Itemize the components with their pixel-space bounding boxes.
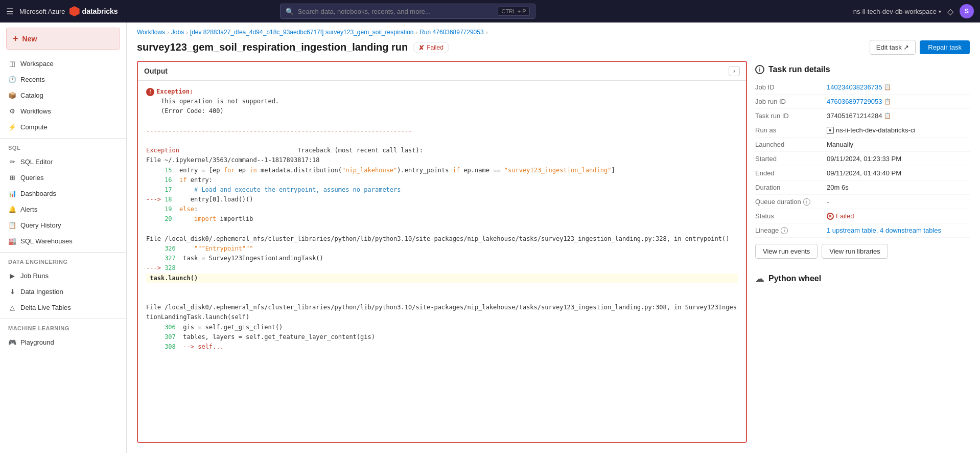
breadcrumb-sep-2: › bbox=[186, 29, 188, 35]
sidebar-divider-2 bbox=[0, 252, 126, 253]
status-value: ✕ Failed bbox=[827, 212, 970, 220]
sidebar: + New ◫ Workspace 🕐 Recents 📦 Catalog ⚙ … bbox=[0, 22, 127, 453]
sidebar-item-workspace[interactable]: ◫ Workspace bbox=[0, 56, 126, 72]
sidebar-item-label: Data Ingestion bbox=[20, 288, 63, 296]
new-button[interactable]: + New bbox=[6, 28, 120, 50]
sidebar-item-job-runs[interactable]: ▶ Job Runs bbox=[0, 268, 126, 284]
status-failed-indicator: ✕ Failed bbox=[827, 212, 854, 220]
line-327-num: 327 bbox=[165, 255, 176, 262]
search-input[interactable] bbox=[298, 8, 494, 15]
edit-task-label: Edit task ↗ bbox=[876, 43, 909, 51]
view-run-events-button[interactable]: View run events bbox=[755, 244, 818, 259]
sidebar-item-label: SQL Warehouses bbox=[20, 237, 73, 245]
sidebar-item-query-history[interactable]: 📋 Query History bbox=[0, 217, 126, 233]
sidebar-item-dashboards[interactable]: 📊 Dashboards bbox=[0, 186, 126, 201]
line-19-num: 19 bbox=[165, 206, 172, 213]
topbar-right: ns-ii-tech-dev-db-workspace ▾ ◇ S bbox=[853, 4, 974, 18]
lineage-label: Lineage i bbox=[755, 227, 827, 234]
sidebar-divider bbox=[0, 138, 126, 139]
recents-icon: 🕐 bbox=[8, 76, 16, 83]
workspace-selector[interactable]: ns-ii-tech-dev-db-workspace ▾ bbox=[853, 8, 941, 15]
run-as-row: Run as ■ ns-ii-tech-dev-databricks-ci bbox=[755, 123, 970, 138]
copy-job-run-id-icon[interactable]: 📋 bbox=[884, 98, 891, 105]
line-307-num: 307 bbox=[165, 333, 176, 341]
traceback-label: Traceback (most recent call last): bbox=[297, 147, 423, 154]
lineage-info-icon[interactable]: i bbox=[781, 227, 788, 234]
queue-duration-row: Queue duration i - bbox=[755, 195, 970, 209]
breadcrumb-sep-4: › bbox=[486, 29, 488, 35]
output-expand-button[interactable]: › bbox=[729, 66, 740, 76]
sidebar-item-delta-live-tables[interactable]: △ Delta Live Tables bbox=[0, 300, 126, 315]
repair-task-label: Repair task bbox=[928, 43, 962, 51]
sidebar-item-recents[interactable]: 🕐 Recents bbox=[0, 72, 126, 87]
details-title: Task run details bbox=[768, 65, 830, 74]
started-row: Started 09/11/2024, 01:23:33 PM bbox=[755, 152, 970, 166]
sidebar-item-sql-warehouses[interactable]: 🏭 SQL Warehouses bbox=[0, 233, 126, 249]
status-failed-x: ✕ bbox=[828, 214, 832, 219]
queue-duration-label: Queue duration i bbox=[755, 198, 827, 206]
line-306-code: gis = self.get_gis_client() bbox=[179, 324, 283, 331]
page-header-actions: Edit task ↗ Repair task bbox=[870, 40, 970, 55]
sql-section-label: SQL bbox=[0, 141, 126, 153]
breadcrumb-jobs[interactable]: Jobs bbox=[171, 29, 184, 36]
error-msg-2: (Error Code: 400) bbox=[161, 107, 224, 115]
sidebar-item-label: Query History bbox=[20, 221, 61, 229]
line-15-num: 15 bbox=[165, 167, 172, 174]
breadcrumb-sep-3: › bbox=[416, 29, 418, 35]
sidebar-item-compute[interactable]: ⚡ Compute bbox=[0, 119, 126, 135]
dashboards-icon: 📊 bbox=[8, 190, 16, 197]
breadcrumb-workflows[interactable]: Workflows bbox=[137, 29, 165, 36]
view-run-libraries-button[interactable]: View run libraries bbox=[822, 244, 888, 259]
sidebar-item-workflows[interactable]: ⚙ Workflows bbox=[0, 103, 126, 119]
sidebar-item-label: Catalog bbox=[20, 92, 43, 99]
lineage-link[interactable]: 1 upstream table, 4 downstream tables bbox=[827, 227, 941, 234]
sidebar-item-playground[interactable]: 🎮 Playground bbox=[0, 334, 126, 350]
sidebar-item-label: SQL Editor bbox=[20, 158, 53, 166]
dashes: ----------------------------------------… bbox=[146, 127, 412, 134]
settings-icon[interactable]: ◇ bbox=[947, 7, 953, 16]
python-wheel-header: ☁ Python wheel bbox=[755, 269, 970, 288]
menu-icon[interactable]: ☰ bbox=[6, 7, 13, 16]
copy-task-run-id-icon[interactable]: 📋 bbox=[884, 112, 891, 119]
file-location-1: File ~/.ipykernel/3563/command--1-181789… bbox=[146, 156, 320, 164]
job-id-label: Job ID bbox=[755, 83, 827, 91]
duration-value: 20m 6s bbox=[827, 184, 970, 191]
line-18-num: 18 bbox=[165, 196, 172, 203]
sidebar-item-catalog[interactable]: 📦 Catalog bbox=[0, 87, 126, 103]
sidebar-item-label: Dashboards bbox=[20, 190, 56, 197]
breadcrumb-sep-1: › bbox=[167, 29, 169, 35]
avatar[interactable]: S bbox=[960, 4, 974, 18]
output-code[interactable]: !Exception: This operation is not suppor… bbox=[138, 81, 746, 442]
job-id-link[interactable]: 140234038236735 bbox=[827, 83, 882, 91]
line-20-num: 20 bbox=[165, 215, 172, 222]
sidebar-divider-3 bbox=[0, 319, 126, 319]
queue-duration-info-icon[interactable]: i bbox=[803, 198, 810, 206]
line-307-code: tables, layers = self.get_feature_layer_… bbox=[179, 333, 375, 341]
details-section: i Task run details Job ID 14023403823673… bbox=[755, 61, 970, 265]
line-308-code: --> self... bbox=[179, 343, 224, 350]
lineage-row: Lineage i 1 upstream table, 4 downstream… bbox=[755, 223, 970, 238]
copy-job-id-icon[interactable]: 📋 bbox=[884, 84, 891, 90]
sidebar-item-data-ingestion[interactable]: ⬇ Data Ingestion bbox=[0, 284, 126, 300]
page-header: survey123_gem_soil_respiration_ingestion… bbox=[127, 38, 980, 61]
breadcrumb-job-name[interactable]: [dev 82883a27_dfea_4d94_b18c_93aedbc6717… bbox=[190, 29, 414, 36]
sidebar-item-queries[interactable]: ⊞ Queries bbox=[0, 170, 126, 186]
queue-duration-label-text: Queue duration bbox=[755, 198, 801, 206]
job-run-id-link[interactable]: 476036897729053 bbox=[827, 98, 882, 105]
sidebar-item-label: Job Runs bbox=[20, 272, 49, 280]
task-run-details-panel: i Task run details Job ID 14023403823673… bbox=[755, 61, 970, 443]
databricks-label: databricks bbox=[82, 7, 118, 15]
repair-task-button[interactable]: Repair task bbox=[920, 40, 970, 54]
edit-task-button[interactable]: Edit task ↗ bbox=[870, 40, 916, 55]
details-info-icon: i bbox=[755, 65, 764, 74]
sidebar-item-label: Delta Live Tables bbox=[20, 304, 71, 311]
content-area: Workflows › Jobs › [dev 82883a27_dfea_4d… bbox=[127, 22, 980, 453]
line-326-num: 326 bbox=[165, 245, 176, 252]
search-bar[interactable]: 🔍 CTRL + P bbox=[280, 4, 535, 19]
output-panel: Output › !Exception: This operation is n… bbox=[137, 61, 747, 443]
line-17-num: 17 bbox=[165, 186, 172, 193]
plus-icon: + bbox=[13, 33, 18, 44]
sidebar-item-alerts[interactable]: 🔔 Alerts bbox=[0, 201, 126, 217]
breadcrumb-run[interactable]: Run 476036897729053 bbox=[419, 29, 483, 36]
sidebar-item-sql-editor[interactable]: ✏ SQL Editor bbox=[0, 154, 126, 170]
